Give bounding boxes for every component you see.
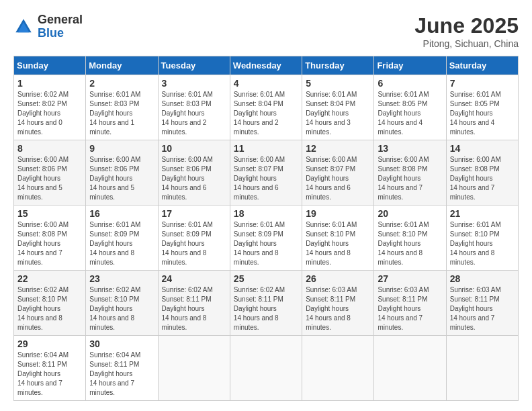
calendar-header-row: SundayMondayTuesdayWednesdayThursdayFrid… (14, 56, 519, 75)
calendar-week-row-4: 22 Sunrise: 6:02 AM Sunset: 8:10 PM Dayl… (14, 271, 519, 336)
day-number: 2 (89, 78, 154, 89)
calendar-cell: 14 Sunrise: 6:00 AM Sunset: 8:08 PM Dayl… (446, 140, 518, 205)
day-info: Sunrise: 6:01 AM Sunset: 8:10 PM Dayligh… (378, 220, 442, 267)
day-info: Sunrise: 6:01 AM Sunset: 8:05 PM Dayligh… (378, 90, 442, 137)
day-number: 29 (17, 338, 82, 349)
page-header: General Blue June 2025 Pitong, Sichuan, … (13, 13, 519, 49)
column-header-friday: Friday (374, 56, 446, 75)
calendar-cell: 8 Sunrise: 6:00 AM Sunset: 8:06 PM Dayli… (14, 140, 86, 205)
day-number: 15 (17, 208, 82, 219)
calendar-cell: 15 Sunrise: 6:00 AM Sunset: 8:08 PM Dayl… (14, 205, 86, 271)
calendar-cell: 23 Sunrise: 6:02 AM Sunset: 8:10 PM Dayl… (86, 271, 158, 336)
month-year-title: June 2025 (414, 13, 519, 38)
day-info: Sunrise: 6:03 AM Sunset: 8:11 PM Dayligh… (306, 285, 370, 332)
column-header-wednesday: Wednesday (230, 56, 302, 75)
day-number: 30 (89, 338, 154, 349)
calendar-cell: 7 Sunrise: 6:01 AM Sunset: 8:05 PM Dayli… (446, 75, 518, 140)
calendar-cell: 3 Sunrise: 6:01 AM Sunset: 8:03 PM Dayli… (158, 75, 230, 140)
calendar-cell: 30 Sunrise: 6:04 AM Sunset: 8:11 PM Dayl… (86, 336, 158, 401)
calendar-cell: 18 Sunrise: 6:01 AM Sunset: 8:09 PM Dayl… (230, 205, 302, 271)
day-info: Sunrise: 6:04 AM Sunset: 8:11 PM Dayligh… (17, 351, 82, 398)
day-number: 1 (17, 78, 82, 89)
calendar-cell: 28 Sunrise: 6:03 AM Sunset: 8:11 PM Dayl… (446, 271, 518, 336)
calendar-cell: 16 Sunrise: 6:01 AM Sunset: 8:09 PM Dayl… (86, 205, 158, 271)
logo: General Blue (13, 13, 83, 40)
day-number: 3 (162, 78, 226, 89)
calendar-cell: 25 Sunrise: 6:02 AM Sunset: 8:11 PM Dayl… (230, 271, 302, 336)
calendar-cell: 19 Sunrise: 6:01 AM Sunset: 8:10 PM Dayl… (302, 205, 374, 271)
day-number: 22 (17, 273, 82, 284)
day-info: Sunrise: 6:02 AM Sunset: 8:10 PM Dayligh… (17, 285, 82, 332)
day-info: Sunrise: 6:00 AM Sunset: 8:08 PM Dayligh… (378, 155, 442, 202)
day-info: Sunrise: 6:01 AM Sunset: 8:09 PM Dayligh… (89, 220, 154, 267)
calendar-cell: 26 Sunrise: 6:03 AM Sunset: 8:11 PM Dayl… (302, 271, 374, 336)
calendar-cell: 11 Sunrise: 6:00 AM Sunset: 8:07 PM Dayl… (230, 140, 302, 205)
calendar-cell (374, 336, 446, 401)
calendar-cell: 24 Sunrise: 6:02 AM Sunset: 8:11 PM Dayl… (158, 271, 230, 336)
day-info: Sunrise: 6:01 AM Sunset: 8:03 PM Dayligh… (89, 90, 154, 137)
logo-blue: Blue (38, 27, 83, 40)
calendar-cell: 27 Sunrise: 6:03 AM Sunset: 8:11 PM Dayl… (374, 271, 446, 336)
calendar-cell: 21 Sunrise: 6:01 AM Sunset: 8:10 PM Dayl… (446, 205, 518, 271)
column-header-saturday: Saturday (446, 56, 518, 75)
location-label: Pitong, Sichuan, China (414, 38, 519, 49)
day-number: 16 (89, 208, 154, 219)
day-number: 7 (450, 78, 515, 89)
day-info: Sunrise: 6:00 AM Sunset: 8:06 PM Dayligh… (162, 155, 226, 202)
day-number: 23 (89, 273, 154, 284)
calendar-cell (446, 336, 518, 401)
day-info: Sunrise: 6:02 AM Sunset: 8:11 PM Dayligh… (234, 285, 298, 332)
day-info: Sunrise: 6:02 AM Sunset: 8:02 PM Dayligh… (17, 90, 82, 137)
calendar-cell: 4 Sunrise: 6:01 AM Sunset: 8:04 PM Dayli… (230, 75, 302, 140)
day-number: 14 (450, 143, 515, 154)
day-number: 5 (306, 78, 370, 89)
day-number: 12 (306, 143, 370, 154)
day-info: Sunrise: 6:00 AM Sunset: 8:07 PM Dayligh… (306, 155, 370, 202)
day-info: Sunrise: 6:02 AM Sunset: 8:10 PM Dayligh… (89, 285, 154, 332)
calendar-week-row-1: 1 Sunrise: 6:02 AM Sunset: 8:02 PM Dayli… (14, 75, 519, 140)
day-number: 21 (450, 208, 515, 219)
day-number: 24 (162, 273, 226, 284)
calendar-cell (158, 336, 230, 401)
calendar-cell: 29 Sunrise: 6:04 AM Sunset: 8:11 PM Dayl… (14, 336, 86, 401)
day-info: Sunrise: 6:01 AM Sunset: 8:10 PM Dayligh… (450, 220, 515, 267)
day-info: Sunrise: 6:00 AM Sunset: 8:06 PM Dayligh… (17, 155, 82, 202)
column-header-sunday: Sunday (14, 56, 86, 75)
column-header-tuesday: Tuesday (158, 56, 230, 75)
day-number: 18 (234, 208, 298, 219)
day-info: Sunrise: 6:01 AM Sunset: 8:09 PM Dayligh… (234, 220, 298, 267)
day-number: 9 (89, 143, 154, 154)
calendar-cell: 10 Sunrise: 6:00 AM Sunset: 8:06 PM Dayl… (158, 140, 230, 205)
day-info: Sunrise: 6:00 AM Sunset: 8:08 PM Dayligh… (450, 155, 515, 202)
day-info: Sunrise: 6:00 AM Sunset: 8:08 PM Dayligh… (17, 220, 82, 267)
column-header-monday: Monday (86, 56, 158, 75)
day-info: Sunrise: 6:02 AM Sunset: 8:11 PM Dayligh… (162, 285, 226, 332)
calendar-cell: 20 Sunrise: 6:01 AM Sunset: 8:10 PM Dayl… (374, 205, 446, 271)
day-number: 26 (306, 273, 370, 284)
day-number: 13 (378, 143, 442, 154)
day-number: 25 (234, 273, 298, 284)
calendar-week-row-5: 29 Sunrise: 6:04 AM Sunset: 8:11 PM Dayl… (14, 336, 519, 401)
day-info: Sunrise: 6:01 AM Sunset: 8:09 PM Dayligh… (162, 220, 226, 267)
day-number: 28 (450, 273, 515, 284)
day-info: Sunrise: 6:01 AM Sunset: 8:05 PM Dayligh… (450, 90, 515, 137)
logo-text: General Blue (38, 13, 83, 40)
day-info: Sunrise: 6:00 AM Sunset: 8:06 PM Dayligh… (89, 155, 154, 202)
calendar-table: SundayMondayTuesdayWednesdayThursdayFrid… (13, 56, 519, 401)
day-number: 6 (378, 78, 442, 89)
day-info: Sunrise: 6:01 AM Sunset: 8:10 PM Dayligh… (306, 220, 370, 267)
day-number: 27 (378, 273, 442, 284)
calendar-cell (302, 336, 374, 401)
day-info: Sunrise: 6:01 AM Sunset: 8:04 PM Dayligh… (234, 90, 298, 137)
calendar-cell (230, 336, 302, 401)
day-number: 8 (17, 143, 82, 154)
calendar-cell: 13 Sunrise: 6:00 AM Sunset: 8:08 PM Dayl… (374, 140, 446, 205)
calendar-cell: 6 Sunrise: 6:01 AM Sunset: 8:05 PM Dayli… (374, 75, 446, 140)
logo-icon (13, 17, 34, 37)
day-info: Sunrise: 6:00 AM Sunset: 8:07 PM Dayligh… (234, 155, 298, 202)
calendar-cell: 5 Sunrise: 6:01 AM Sunset: 8:04 PM Dayli… (302, 75, 374, 140)
calendar-cell: 9 Sunrise: 6:00 AM Sunset: 8:06 PM Dayli… (86, 140, 158, 205)
calendar-cell: 22 Sunrise: 6:02 AM Sunset: 8:10 PM Dayl… (14, 271, 86, 336)
calendar-week-row-2: 8 Sunrise: 6:00 AM Sunset: 8:06 PM Dayli… (14, 140, 519, 205)
day-info: Sunrise: 6:03 AM Sunset: 8:11 PM Dayligh… (450, 285, 515, 332)
